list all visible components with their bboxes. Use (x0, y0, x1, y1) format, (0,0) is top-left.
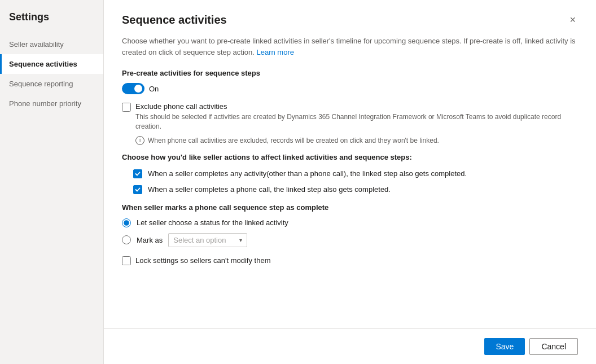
radio-let-seller-label: Let seller choose a status for the linke… (137, 218, 288, 227)
checkbox-phone-complete[interactable] (133, 185, 142, 194)
toggle-row: On (122, 83, 578, 94)
chevron-down-icon: ▾ (239, 237, 242, 243)
lock-settings-label: Lock settings so sellers can't modify th… (135, 256, 270, 265)
exclude-phone-checkbox[interactable] (122, 103, 131, 112)
sidebar-item-sequence-reporting[interactable]: Sequence reporting (0, 74, 103, 94)
footer: Save Cancel (104, 328, 596, 364)
radio-mark-as-label: Mark as (137, 236, 163, 244)
exclude-phone-label: Exclude phone call activities (135, 102, 578, 111)
pre-create-toggle[interactable] (122, 83, 144, 94)
learn-more-link[interactable]: Learn more (257, 48, 294, 56)
checkbox-activity-complete[interactable] (133, 169, 142, 178)
toggle-label: On (149, 85, 159, 93)
radio-let-seller[interactable] (122, 218, 131, 227)
radio-section: When seller marks a phone call sequence … (122, 203, 578, 247)
mark-as-select[interactable]: Select an option ▾ (168, 233, 247, 247)
when-seller-label: When seller marks a phone call sequence … (122, 203, 578, 212)
save-button[interactable]: Save (484, 338, 525, 355)
checkbox-activity-complete-row: When a seller completes any activity(oth… (133, 169, 578, 178)
checkbox-phone-label: When a seller completes a phone call, th… (148, 185, 391, 194)
info-icon: i (135, 136, 144, 145)
radio-row-1: Let seller choose a status for the linke… (122, 218, 578, 227)
cancel-button[interactable]: Cancel (529, 338, 578, 355)
lock-row: Lock settings so sellers can't modify th… (122, 256, 578, 265)
sidebar-title: Settings (0, 11, 103, 34)
pre-create-label: Pre-create activities for sequence steps (122, 69, 578, 77)
panel-description: Choose whether you want to pre-create li… (122, 36, 578, 58)
checkbox-phone-complete-row: When a seller completes a phone call, th… (133, 185, 578, 194)
sidebar: Settings Seller availability Sequence ac… (0, 0, 104, 364)
panel-title: Sequence activities (122, 14, 227, 27)
close-button[interactable]: × (567, 14, 578, 26)
info-text: When phone call activities are excluded,… (148, 137, 439, 144)
checkbox-activity-label: When a seller completes any activity(oth… (148, 169, 467, 178)
panel-header: Sequence activities × (122, 14, 578, 27)
main-panel: Sequence activities × Choose whether you… (104, 0, 596, 364)
radio-row-2: Mark as Select an option ▾ (122, 233, 578, 247)
choose-label: Choose how you'd like seller actions to … (122, 153, 578, 161)
exclude-phone-checkbox-row: Exclude phone call activities This shoul… (122, 102, 578, 131)
radio-mark-as[interactable] (122, 235, 131, 244)
info-row: i When phone call activities are exclude… (135, 136, 578, 145)
exclude-phone-sub: This should be selected if activities ar… (135, 112, 578, 131)
sidebar-item-phone-number-priority[interactable]: Phone number priority (0, 94, 103, 113)
sidebar-item-seller-availability[interactable]: Seller availability (0, 34, 103, 54)
select-placeholder: Select an option (173, 236, 226, 244)
sidebar-item-sequence-activities[interactable]: Sequence activities (0, 54, 103, 74)
lock-settings-checkbox[interactable] (122, 256, 131, 265)
